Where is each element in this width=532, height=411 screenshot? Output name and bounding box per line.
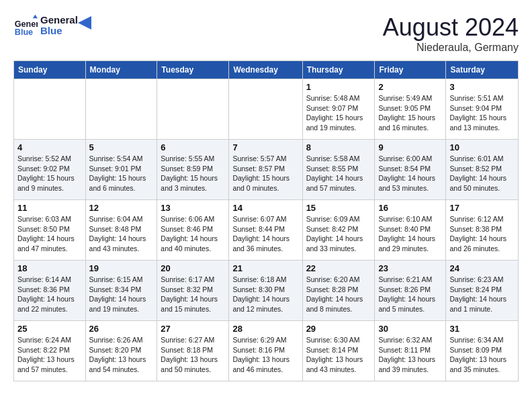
day-info: Sunrise: 6:01 AM Sunset: 8:52 PM Dayligh…	[449, 154, 515, 193]
day-info: Sunrise: 5:55 AM Sunset: 8:59 PM Dayligh…	[161, 154, 225, 193]
day-info: Sunrise: 5:57 AM Sunset: 8:57 PM Dayligh…	[232, 154, 298, 193]
calendar-cell: 16Sunrise: 6:10 AM Sunset: 8:40 PM Dayli…	[375, 200, 446, 261]
day-info: Sunrise: 5:58 AM Sunset: 8:55 PM Dayligh…	[306, 154, 371, 193]
day-number: 16	[378, 203, 442, 213]
day-info: Sunrise: 5:49 AM Sunset: 9:05 PM Dayligh…	[378, 93, 442, 133]
calendar-cell: 26Sunrise: 6:26 AM Sunset: 8:20 PM Dayli…	[85, 321, 157, 381]
day-info: Sunrise: 5:54 AM Sunset: 9:01 PM Dayligh…	[89, 154, 154, 193]
calendar-week-row: 25Sunrise: 6:24 AM Sunset: 8:22 PM Dayli…	[14, 321, 519, 381]
calendar-cell: 14Sunrise: 6:07 AM Sunset: 8:44 PM Dayli…	[229, 200, 302, 261]
page-header: General Blue General Blue August 2024 Ni…	[13, 13, 519, 54]
calendar-cell: 9Sunrise: 6:00 AM Sunset: 8:54 PM Daylig…	[375, 140, 446, 200]
calendar-cell: 12Sunrise: 6:04 AM Sunset: 8:48 PM Dayli…	[85, 200, 157, 261]
day-number: 30	[378, 324, 442, 334]
day-info: Sunrise: 6:27 AM Sunset: 8:18 PM Dayligh…	[161, 335, 225, 375]
calendar-cell: 24Sunrise: 6:23 AM Sunset: 8:24 PM Dayli…	[446, 261, 519, 321]
day-number: 10	[449, 142, 515, 152]
day-info: Sunrise: 6:24 AM Sunset: 8:22 PM Dayligh…	[17, 335, 82, 375]
day-info: Sunrise: 6:07 AM Sunset: 8:44 PM Dayligh…	[232, 214, 298, 254]
day-info: Sunrise: 6:10 AM Sunset: 8:40 PM Dayligh…	[378, 214, 442, 254]
calendar-cell: 2Sunrise: 5:49 AM Sunset: 9:05 PM Daylig…	[375, 79, 446, 140]
day-number: 1	[306, 82, 371, 92]
day-number: 6	[161, 142, 225, 152]
header-monday: Monday	[85, 61, 157, 79]
day-info: Sunrise: 6:15 AM Sunset: 8:34 PM Dayligh…	[89, 275, 154, 314]
calendar-cell: 3Sunrise: 5:51 AM Sunset: 9:04 PM Daylig…	[446, 79, 519, 140]
calendar-week-row: 4Sunrise: 5:52 AM Sunset: 9:02 PM Daylig…	[14, 140, 519, 200]
logo-blue: Blue	[40, 26, 78, 37]
day-number: 2	[378, 82, 442, 92]
day-info: Sunrise: 6:26 AM Sunset: 8:20 PM Dayligh…	[89, 335, 154, 375]
calendar-cell: 8Sunrise: 5:58 AM Sunset: 8:55 PM Daylig…	[302, 140, 375, 200]
day-info: Sunrise: 6:12 AM Sunset: 8:38 PM Dayligh…	[449, 214, 515, 254]
day-number: 15	[306, 203, 371, 213]
calendar-cell: 28Sunrise: 6:29 AM Sunset: 8:16 PM Dayli…	[229, 321, 302, 381]
calendar-header-row: SundayMondayTuesdayWednesdayThursdayFrid…	[14, 61, 519, 79]
day-number: 19	[89, 263, 154, 273]
calendar-cell: 31Sunrise: 6:34 AM Sunset: 8:09 PM Dayli…	[446, 321, 519, 381]
svg-text:Blue: Blue	[15, 28, 33, 37]
calendar-cell: 23Sunrise: 6:21 AM Sunset: 8:26 PM Dayli…	[375, 261, 446, 321]
day-number: 31	[449, 324, 515, 334]
calendar-cell: 13Sunrise: 6:06 AM Sunset: 8:46 PM Dayli…	[157, 200, 229, 261]
day-number: 20	[161, 263, 225, 273]
calendar-cell: 29Sunrise: 6:30 AM Sunset: 8:14 PM Dayli…	[302, 321, 375, 381]
header-thursday: Thursday	[302, 61, 375, 79]
day-info: Sunrise: 6:04 AM Sunset: 8:48 PM Dayligh…	[89, 214, 154, 254]
calendar-week-row: 18Sunrise: 6:14 AM Sunset: 8:36 PM Dayli…	[14, 261, 519, 321]
day-info: Sunrise: 6:32 AM Sunset: 8:11 PM Dayligh…	[378, 335, 442, 375]
day-info: Sunrise: 6:34 AM Sunset: 8:09 PM Dayligh…	[449, 335, 515, 375]
day-info: Sunrise: 6:29 AM Sunset: 8:16 PM Dayligh…	[232, 335, 298, 375]
logo-icon: General Blue	[13, 13, 38, 38]
calendar-week-row: 11Sunrise: 6:03 AM Sunset: 8:50 PM Dayli…	[14, 200, 519, 261]
calendar-cell: 11Sunrise: 6:03 AM Sunset: 8:50 PM Dayli…	[14, 200, 86, 261]
calendar-cell: 6Sunrise: 5:55 AM Sunset: 8:59 PM Daylig…	[157, 140, 229, 200]
header-friday: Friday	[375, 61, 446, 79]
header-tuesday: Tuesday	[157, 61, 229, 79]
day-number: 26	[89, 324, 154, 334]
calendar-cell: 1Sunrise: 5:48 AM Sunset: 9:07 PM Daylig…	[302, 79, 375, 140]
calendar-cell: 10Sunrise: 6:01 AM Sunset: 8:52 PM Dayli…	[446, 140, 519, 200]
day-info: Sunrise: 6:18 AM Sunset: 8:30 PM Dayligh…	[232, 275, 298, 314]
day-number: 11	[17, 203, 82, 213]
day-number: 27	[161, 324, 225, 334]
day-number: 8	[306, 142, 371, 152]
logo-general: General	[40, 15, 78, 26]
calendar-cell	[85, 79, 157, 140]
day-number: 21	[232, 263, 298, 273]
calendar-cell: 18Sunrise: 6:14 AM Sunset: 8:36 PM Dayli…	[14, 261, 86, 321]
header-saturday: Saturday	[446, 61, 519, 79]
calendar-cell: 25Sunrise: 6:24 AM Sunset: 8:22 PM Dayli…	[14, 321, 86, 381]
calendar-cell	[14, 79, 86, 140]
day-info: Sunrise: 5:51 AM Sunset: 9:04 PM Dayligh…	[449, 93, 515, 133]
month-title: August 2024	[383, 13, 519, 42]
calendar-cell: 30Sunrise: 6:32 AM Sunset: 8:11 PM Dayli…	[375, 321, 446, 381]
calendar-cell: 19Sunrise: 6:15 AM Sunset: 8:34 PM Dayli…	[85, 261, 157, 321]
day-number: 13	[161, 203, 225, 213]
day-number: 17	[449, 203, 515, 213]
day-info: Sunrise: 5:48 AM Sunset: 9:07 PM Dayligh…	[306, 93, 371, 133]
day-number: 12	[89, 203, 154, 213]
day-info: Sunrise: 6:21 AM Sunset: 8:26 PM Dayligh…	[378, 275, 442, 314]
day-number: 9	[378, 142, 442, 152]
day-number: 22	[306, 263, 371, 273]
day-number: 14	[232, 203, 298, 213]
svg-marker-3	[78, 16, 91, 30]
day-number: 28	[232, 324, 298, 334]
day-number: 7	[232, 142, 298, 152]
calendar-cell: 7Sunrise: 5:57 AM Sunset: 8:57 PM Daylig…	[229, 140, 302, 200]
calendar-cell: 4Sunrise: 5:52 AM Sunset: 9:02 PM Daylig…	[14, 140, 86, 200]
header-sunday: Sunday	[14, 61, 86, 79]
day-info: Sunrise: 6:30 AM Sunset: 8:14 PM Dayligh…	[306, 335, 371, 375]
calendar-cell: 15Sunrise: 6:09 AM Sunset: 8:42 PM Dayli…	[302, 200, 375, 261]
calendar-cell: 17Sunrise: 6:12 AM Sunset: 8:38 PM Dayli…	[446, 200, 519, 261]
day-number: 5	[89, 142, 154, 152]
location: Niederaula, Germany	[383, 42, 519, 54]
day-number: 4	[17, 142, 82, 152]
day-info: Sunrise: 5:52 AM Sunset: 9:02 PM Dayligh…	[17, 154, 82, 193]
day-number: 3	[449, 82, 515, 92]
day-number: 23	[378, 263, 442, 273]
day-info: Sunrise: 6:17 AM Sunset: 8:32 PM Dayligh…	[161, 275, 225, 314]
svg-marker-2	[33, 15, 38, 18]
calendar-week-row: 1Sunrise: 5:48 AM Sunset: 9:07 PM Daylig…	[14, 79, 519, 140]
